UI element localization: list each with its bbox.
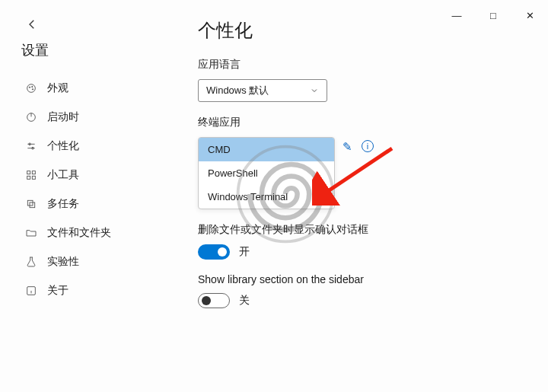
- terminal-option-powershell[interactable]: PowerShell: [199, 161, 334, 185]
- app-language-selected: Windows 默认: [206, 84, 269, 97]
- nav-label: 外观: [47, 81, 68, 95]
- nav-label: 启动时: [47, 110, 79, 124]
- delete-confirm-toggle[interactable]: [198, 244, 230, 260]
- sidebar-item-appearance[interactable]: 外观: [18, 76, 170, 100]
- library-sidebar-toggle[interactable]: [198, 293, 230, 308]
- power-icon: [24, 110, 38, 124]
- svg-point-1: [29, 87, 30, 88]
- terminal-app-dropdown: CMD PowerShell Windows Terminal: [198, 137, 335, 209]
- library-sidebar-label: Show library section on the sidebar: [198, 273, 533, 285]
- terminal-app-dropdown-wrap: CMD PowerShell Windows Terminal ✎ i: [198, 137, 533, 209]
- nav-label: 小工具: [47, 168, 79, 182]
- sidebar-item-files[interactable]: 文件和文件夹: [18, 221, 170, 245]
- palette-icon: [24, 81, 38, 95]
- svg-rect-13: [32, 176, 35, 179]
- sidebar: 设置 外观 启动时 个性化 小工具 多任务 文件和文件夹 实验性: [18, 41, 170, 303]
- back-arrow-icon: [25, 18, 39, 31]
- sidebar-item-startup[interactable]: 启动时: [18, 105, 170, 129]
- sidebar-item-experimental[interactable]: 实验性: [18, 250, 170, 274]
- svg-rect-11: [32, 171, 35, 174]
- svg-rect-12: [27, 176, 30, 179]
- sidebar-item-multitask[interactable]: 多任务: [18, 192, 170, 216]
- folder-icon: [24, 226, 38, 240]
- svg-point-2: [32, 86, 33, 87]
- delete-confirm-row: 开: [198, 244, 533, 260]
- nav-label: 实验性: [47, 255, 79, 269]
- flask-icon: [24, 255, 38, 269]
- library-sidebar-row: 关: [198, 293, 533, 308]
- svg-rect-14: [27, 200, 33, 206]
- svg-point-0: [27, 84, 36, 93]
- layers-icon: [24, 197, 38, 211]
- settings-title: 设置: [18, 41, 170, 59]
- sliders-icon: [24, 139, 38, 153]
- page-title: 个性化: [198, 18, 533, 43]
- app-language-select[interactable]: Windows 默认: [198, 79, 327, 102]
- edit-icon[interactable]: ✎: [342, 140, 352, 154]
- back-button[interactable]: [21, 14, 43, 35]
- delete-confirm-state: 开: [239, 245, 250, 259]
- nav-label: 多任务: [47, 197, 79, 211]
- content-pane: 个性化 应用语言 Windows 默认 终端应用 CMD PowerShell …: [198, 18, 533, 308]
- chevron-down-icon: [310, 86, 319, 95]
- library-sidebar-state: 关: [239, 294, 250, 308]
- terminal-side-actions: ✎ i: [342, 140, 374, 154]
- delete-confirm-label: 删除文件或文件夹时显示确认对话框: [198, 223, 533, 237]
- svg-point-3: [32, 89, 33, 90]
- nav-label: 个性化: [47, 139, 79, 153]
- sidebar-item-widgets[interactable]: 小工具: [18, 163, 170, 187]
- sidebar-item-personalize[interactable]: 个性化: [18, 134, 170, 158]
- sidebar-item-about[interactable]: 关于: [18, 279, 170, 303]
- info-icon[interactable]: i: [362, 140, 374, 152]
- nav-list: 外观 启动时 个性化 小工具 多任务 文件和文件夹 实验性 关于: [18, 76, 170, 303]
- terminal-option-cmd[interactable]: CMD: [199, 138, 334, 161]
- nav-label: 文件和文件夹: [47, 226, 111, 240]
- grid-icon: [24, 168, 38, 182]
- app-language-label: 应用语言: [198, 58, 533, 72]
- nav-label: 关于: [47, 284, 68, 298]
- svg-rect-10: [27, 171, 30, 174]
- info-square-icon: [24, 284, 38, 298]
- terminal-app-label: 终端应用: [198, 116, 533, 129]
- svg-rect-15: [30, 202, 35, 208]
- terminal-option-windows-terminal[interactable]: Windows Terminal: [199, 185, 334, 209]
